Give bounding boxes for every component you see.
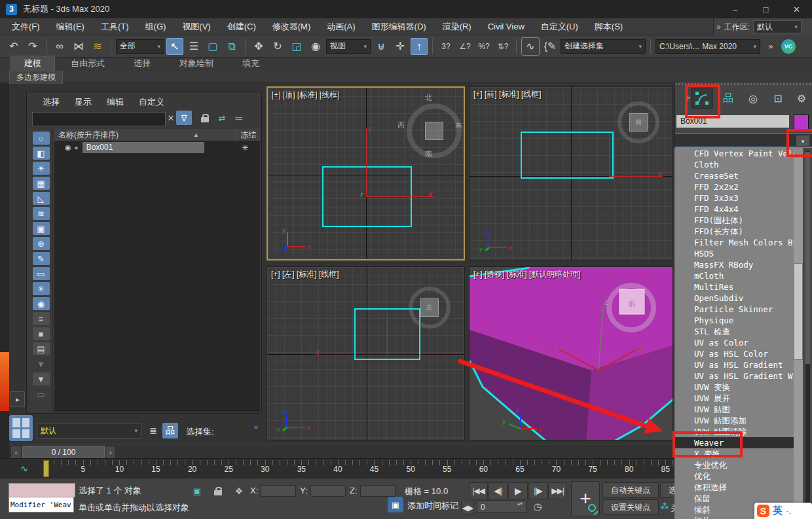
search-input[interactable]: [32, 112, 166, 126]
menu-item[interactable]: 视图(V): [182, 21, 210, 33]
modifier-list-item[interactable]: OpenSubdiv: [674, 293, 794, 304]
vault-icon[interactable]: VC: [781, 39, 796, 54]
absolute-offset-icon[interactable]: ✥: [232, 484, 246, 497]
frame-indicator[interactable]: 0 / 100: [22, 446, 105, 459]
motion-tab[interactable]: ◎: [742, 88, 764, 109]
modifier-list-item[interactable]: UVW 贴图清除: [674, 426, 794, 437]
next-frame-button[interactable]: ›: [105, 446, 116, 459]
modifier-list-item[interactable]: UVW 贴图添加: [674, 415, 794, 426]
ribbon-tab[interactable]: 建模: [10, 56, 55, 71]
reference-coordinate-combo[interactable]: 视图 ▾: [326, 39, 371, 54]
select-object-icon[interactable]: ↖: [166, 38, 183, 55]
explorer-menu-item[interactable]: 显示: [75, 96, 92, 108]
snap-3d-icon[interactable]: 3?: [437, 38, 454, 55]
current-frame-marker[interactable]: [43, 460, 49, 477]
visibility-eye-icon[interactable]: ◉: [65, 143, 71, 152]
object-color-swatch[interactable]: [794, 115, 809, 130]
menu-item[interactable]: 修改器(M): [272, 21, 311, 33]
overflow-chevron-icon[interactable]: »: [254, 423, 258, 431]
mini-curve-editor-icon[interactable]: ∿: [16, 462, 32, 475]
layers-icon[interactable]: ≣: [145, 423, 161, 438]
menu-item[interactable]: 自定义(U): [541, 21, 578, 33]
toolbar-overflow-icon[interactable]: »: [762, 38, 779, 55]
select-scale-icon[interactable]: ◲: [288, 38, 305, 55]
menu-item[interactable]: 脚本(S): [595, 21, 623, 33]
filter-icon[interactable]: ∇: [176, 111, 192, 125]
modifier-list-item[interactable]: UV as Color: [674, 337, 794, 348]
spinner-snap-icon[interactable]: ⇅?: [494, 38, 511, 55]
explorer-filter-icon[interactable]: ⊕: [33, 237, 50, 250]
modify-tab[interactable]: [691, 88, 713, 109]
explorer-filter-icon[interactable]: ▼: [33, 357, 50, 370]
object-name-field[interactable]: Box001: [676, 115, 789, 128]
modifier-list-item[interactable]: UV as HSL Gradient: [674, 359, 794, 370]
tree-view-icon[interactable]: ≔: [231, 111, 247, 125]
hierarchy-tab[interactable]: 品: [717, 88, 739, 109]
viewport-layout-button[interactable]: [9, 415, 33, 441]
freeze-column-header[interactable]: 冻结: [236, 130, 260, 141]
menu-item[interactable]: 组(G): [145, 21, 166, 33]
chevron-down-icon[interactable]: ▾: [796, 135, 810, 147]
use-center-icon[interactable]: ⊎: [373, 38, 390, 55]
axis-constraint-icon[interactable]: ✛: [392, 38, 409, 55]
viewport-left[interactable]: [+] [左] [标准] [线框] x 左 z x y: [267, 266, 465, 440]
viewport-top[interactable]: [+] [顶] [标准] [线框] y x z 北 东 南 西 y x z: [267, 86, 465, 260]
display-tab[interactable]: ⊡: [767, 88, 789, 109]
redo-icon[interactable]: ↷: [24, 38, 41, 55]
explorer-filter-icon[interactable]: ◺: [33, 192, 50, 205]
modifier-list-item[interactable]: mCloth: [674, 270, 794, 281]
rectangular-selection-icon[interactable]: ▢: [204, 38, 221, 55]
frame-spinner[interactable]: ▴▾: [517, 501, 523, 507]
play-button[interactable]: ▶: [508, 482, 528, 499]
overflow-chevron-icon[interactable]: »: [716, 22, 721, 31]
explorer-filter-icon[interactable]: ▼: [33, 372, 50, 385]
object-name[interactable]: Box001: [83, 142, 204, 153]
key-filters-icon[interactable]: ⁂: [657, 499, 672, 512]
selected-box-wireframe[interactable]: [521, 132, 614, 179]
menu-item[interactable]: 创建(C): [227, 21, 256, 33]
sync-selection-icon[interactable]: ⇄: [214, 111, 230, 125]
z-coordinate-field[interactable]: [360, 485, 396, 497]
ime-language-indicator[interactable]: 英: [773, 505, 783, 517]
modifier-list-item[interactable]: Cloth: [674, 159, 794, 170]
polygon-modeling-tab[interactable]: 多边形建模: [9, 71, 63, 84]
prev-frame-button[interactable]: ‹: [10, 446, 22, 459]
explorer-filter-icon[interactable]: ▭: [33, 267, 50, 280]
ribbon-tab[interactable]: 自由形式: [58, 56, 118, 71]
explorer-menu-item[interactable]: 自定义: [139, 96, 164, 108]
explorer-filter-icon[interactable]: ▭: [33, 387, 50, 401]
y-coordinate-field[interactable]: [310, 485, 346, 497]
menu-item[interactable]: 图形编辑器(D): [372, 21, 426, 33]
modifier-list-combo[interactable]: ▾: [675, 133, 812, 148]
scene-explorer-toggle-icon[interactable]: 品: [162, 423, 178, 438]
modifier-list-item[interactable]: FFD(长方体): [674, 226, 794, 237]
window-crossing-icon[interactable]: ⧉: [223, 38, 240, 55]
auto-key-button[interactable]: 自动关键点: [602, 482, 659, 498]
go-to-end-button[interactable]: ▶▶|: [548, 482, 567, 499]
set-keys-button[interactable]: +: [571, 481, 600, 516]
selection-filter-combo[interactable]: 全部 ▾: [116, 39, 164, 54]
maxscript-listener-macro-line[interactable]: [9, 483, 75, 497]
dropdown-scrollbar[interactable]: [794, 148, 803, 519]
input-method-badge[interactable]: S 英 ·.: [754, 503, 812, 519]
name-column-header[interactable]: 名称(按升序排序): [54, 130, 119, 141]
time-configuration-icon[interactable]: ◷: [530, 500, 545, 513]
undo-icon[interactable]: ↶: [5, 38, 22, 55]
select-by-name-icon[interactable]: ☰: [185, 38, 202, 55]
panel-expand-button[interactable]: ▸: [10, 391, 25, 407]
viewport-perspective-label[interactable]: [+] [透视] [标准] [默认明暗处理]: [473, 269, 581, 280]
modifier-list-item[interactable]: CFD Vertex Paint Velocity: [674, 148, 794, 159]
explorer-filter-icon[interactable]: ▤: [33, 342, 50, 355]
explorer-menu-item[interactable]: 编辑: [107, 96, 124, 108]
minimize-button[interactable]: –: [720, 0, 750, 18]
key-mode-toggle[interactable]: ◀▶: [461, 501, 474, 515]
ribbon-tab[interactable]: 选择: [120, 56, 164, 71]
lock-icon[interactable]: [197, 111, 213, 125]
viewcube-faint[interactable]: 前: [618, 101, 659, 143]
explorer-filter-icon[interactable]: ☀: [33, 162, 50, 175]
selection-lock-icon[interactable]: [211, 484, 225, 497]
viewport-left-label[interactable]: [+] [左] [标准] [线框]: [271, 269, 339, 280]
modifier-list-item[interactable]: UV as HSL Color: [674, 348, 794, 359]
snaps-toggle-icon[interactable]: ↑: [411, 38, 428, 55]
x-coordinate-field[interactable]: [261, 485, 296, 497]
